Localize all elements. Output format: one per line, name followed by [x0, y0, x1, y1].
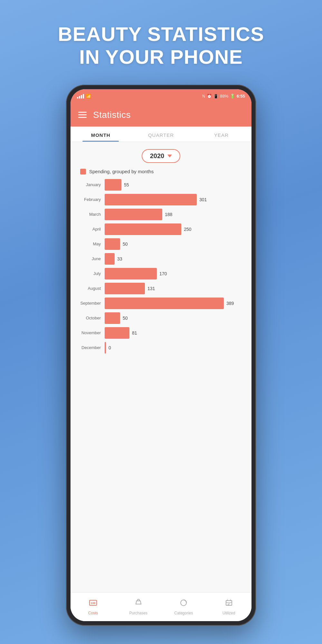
chart-bar — [105, 209, 162, 220]
chart-bar-value: 50 — [123, 316, 128, 321]
chart-row: October 50 — [76, 312, 246, 324]
chart-row: January 55 — [76, 179, 246, 191]
phone-shell: 📶 N ⏰ 📳 88% 🔋 6:55 Statistics MONTH QUAR… — [66, 85, 256, 626]
chart-row: June 33 — [76, 253, 246, 265]
chart-bar-value: 55 — [124, 182, 129, 187]
wifi-icon: 📶 — [86, 94, 91, 99]
chart-month-label: March — [76, 212, 105, 217]
chart-month-label: September — [76, 301, 105, 306]
alarm-icon: ⏰ — [207, 94, 212, 99]
nav-item-utilized[interactable]: Utilized — [206, 592, 252, 621]
chart-row: February 301 — [76, 194, 246, 205]
chart-bar — [105, 327, 129, 339]
chart-bar-value: 188 — [165, 212, 172, 217]
vibrate-icon: 📳 — [213, 94, 218, 99]
chart-bar-value: 250 — [184, 227, 191, 232]
chart-bar — [105, 283, 145, 294]
chart-bar-value: 50 — [123, 242, 128, 247]
chart-row: May 50 — [76, 238, 246, 250]
chart-bar — [105, 312, 120, 324]
hero-title: BEAUTY STATISTICS IN YOUR PHONE — [58, 23, 264, 69]
svg-text:100: 100 — [91, 601, 96, 605]
chart-bar-value: 131 — [147, 286, 155, 291]
chart-row: July 170 — [76, 268, 246, 279]
chart-row: November 81 — [76, 327, 246, 339]
chart-bar-wrap: 33 — [105, 253, 246, 265]
chart-bar-wrap: 81 — [105, 327, 246, 339]
bottom-nav: 100 Costs Purchases — [71, 592, 251, 621]
chart-legend: Spending, grouped by months — [71, 166, 251, 179]
app-header: Statistics — [71, 103, 251, 127]
chart-bar-wrap: 50 — [105, 312, 246, 324]
year-selector[interactable]: 2020 — [142, 149, 181, 163]
chart-bar — [105, 223, 181, 235]
chart-bar-wrap: 131 — [105, 283, 246, 294]
chart-bar-value: 33 — [117, 256, 122, 261]
chart-month-label: October — [76, 316, 105, 320]
app-title: Statistics — [93, 110, 131, 120]
chart-bar-value: 170 — [159, 271, 167, 276]
nav-item-purchases[interactable]: Purchases — [116, 592, 161, 621]
time-display: 6:55 — [237, 94, 245, 99]
status-right: N ⏰ 📳 88% 🔋 6:55 — [202, 94, 245, 99]
chart-month-label: February — [76, 197, 105, 202]
nav-label-utilized: Utilized — [223, 611, 235, 615]
tab-year[interactable]: YEAR — [191, 127, 251, 142]
chart-bar-wrap: 170 — [105, 268, 246, 279]
chart-bar-wrap: 301 — [105, 194, 246, 205]
chart-month-label: May — [76, 242, 105, 246]
nav-label-categories: Categories — [174, 611, 193, 615]
nav-item-categories[interactable]: Categories — [161, 592, 206, 621]
chart-bar-value: 0 — [109, 345, 111, 350]
chart-row: December 0 — [76, 342, 246, 354]
content-area: 2020 Spending, grouped by months January… — [71, 142, 251, 592]
hamburger-menu-icon[interactable] — [78, 112, 87, 118]
chart-bar — [105, 194, 197, 205]
chart-row: April 250 — [76, 223, 246, 235]
categories-icon — [179, 598, 188, 610]
chart-bar — [105, 179, 121, 191]
utilized-icon — [224, 598, 233, 610]
nav-label-costs: Costs — [88, 611, 98, 615]
phone-screen: 📶 N ⏰ 📳 88% 🔋 6:55 Statistics MONTH QUAR… — [71, 89, 251, 621]
signal-icon — [77, 94, 84, 99]
tab-quarter[interactable]: QUARTER — [131, 127, 191, 142]
chart-bar — [105, 298, 224, 309]
legend-color-swatch — [80, 169, 86, 175]
chart-bar-wrap: 389 — [105, 298, 246, 309]
chart-row: August 131 — [76, 283, 246, 294]
chevron-down-icon — [167, 155, 172, 157]
tab-bar: MONTH QUARTER YEAR — [71, 127, 251, 142]
nav-label-purchases: Purchases — [129, 611, 147, 615]
chart-bar — [105, 253, 115, 265]
chart-month-label: June — [76, 256, 105, 261]
chart-container: January 55 February 301 March 188 April … — [71, 179, 251, 592]
costs-icon: 100 — [89, 598, 98, 610]
chart-bar-wrap: 188 — [105, 209, 246, 220]
legend-label: Spending, grouped by months — [89, 169, 154, 174]
tab-month[interactable]: MONTH — [71, 127, 131, 142]
battery-icon: 🔋 — [230, 94, 235, 99]
chart-month-label: August — [76, 286, 105, 291]
chart-bar-wrap: 0 — [105, 342, 246, 354]
chart-row: March 188 — [76, 209, 246, 220]
nfc-icon: N — [202, 94, 205, 99]
chart-bar-value: 301 — [199, 197, 207, 202]
chart-month-label: November — [76, 330, 105, 335]
chart-bar-wrap: 50 — [105, 238, 246, 250]
chart-bar — [105, 238, 120, 250]
chart-bar-value: 81 — [132, 330, 137, 336]
chart-bar — [105, 342, 106, 354]
year-selector-wrap: 2020 — [71, 142, 251, 166]
status-left: 📶 — [77, 94, 91, 99]
chart-bar-wrap: 55 — [105, 179, 246, 191]
chart-bar-value: 389 — [226, 301, 234, 306]
chart-row: September 389 — [76, 298, 246, 309]
nav-item-costs[interactable]: 100 Costs — [71, 592, 116, 621]
chart-month-label: July — [76, 271, 105, 276]
year-value: 2020 — [150, 152, 165, 160]
battery-percent: 88% — [220, 94, 228, 99]
status-bar: 📶 N ⏰ 📳 88% 🔋 6:55 — [71, 89, 251, 103]
chart-month-label: January — [76, 182, 105, 187]
purchases-icon — [134, 598, 143, 610]
